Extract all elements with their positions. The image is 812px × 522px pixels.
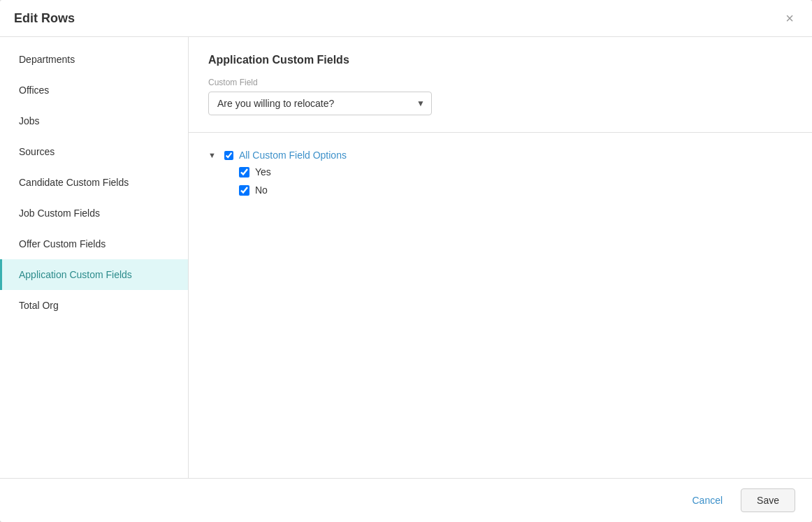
modal-body: DepartmentsOfficesJobsSourcesCandidate C… bbox=[0, 37, 812, 478]
sidebar-item-application-custom-fields[interactable]: Application Custom Fields bbox=[0, 259, 188, 290]
content-main: Application Custom Fields Custom Field A… bbox=[189, 37, 812, 478]
sidebar-item-sources[interactable]: Sources bbox=[0, 136, 188, 167]
sidebar-item-jobs[interactable]: Jobs bbox=[0, 106, 188, 136]
modal-header: Edit Rows × bbox=[0, 0, 812, 37]
modal-footer: Cancel Save bbox=[0, 478, 812, 522]
content-area: Application Custom Fields Custom Field A… bbox=[189, 37, 812, 478]
all-options-label[interactable]: All Custom Field Options bbox=[239, 150, 347, 161]
all-options-checkbox[interactable] bbox=[224, 151, 233, 160]
checkbox-no[interactable] bbox=[239, 185, 249, 196]
option-items-container: YesNo bbox=[208, 166, 792, 196]
save-button[interactable]: Save bbox=[741, 488, 795, 512]
checkbox-item: No bbox=[239, 184, 792, 196]
collapse-arrow-icon[interactable]: ▼ bbox=[208, 151, 216, 159]
checkbox-item: Yes bbox=[239, 166, 792, 177]
field-label: Custom Field bbox=[208, 78, 792, 87]
sidebar-item-total-org[interactable]: Total Org bbox=[0, 290, 188, 321]
checkbox-yes[interactable] bbox=[239, 167, 249, 177]
checkbox-label-yes[interactable]: Yes bbox=[255, 166, 271, 177]
modal-title: Edit Rows bbox=[14, 11, 75, 26]
options-section: ▼ All Custom Field Options YesNo bbox=[189, 133, 812, 219]
sidebar-item-candidate-custom-fields[interactable]: Candidate Custom Fields bbox=[0, 167, 188, 198]
edit-rows-modal: Edit Rows × DepartmentsOfficesJobsSource… bbox=[0, 0, 812, 522]
application-custom-fields-section: Application Custom Fields Custom Field A… bbox=[189, 37, 812, 133]
section-title: Application Custom Fields bbox=[208, 54, 792, 66]
close-button[interactable]: × bbox=[781, 10, 798, 27]
sidebar-item-offer-custom-fields[interactable]: Offer Custom Fields bbox=[0, 229, 188, 259]
sidebar-item-offices[interactable]: Offices bbox=[0, 75, 188, 106]
custom-field-select-wrapper: Are you willing to relocate? ▼ bbox=[208, 92, 432, 115]
sidebar-item-job-custom-fields[interactable]: Job Custom Fields bbox=[0, 198, 188, 229]
custom-field-select[interactable]: Are you willing to relocate? bbox=[208, 92, 432, 115]
cancel-button[interactable]: Cancel bbox=[682, 489, 732, 512]
sidebar-item-departments[interactable]: Departments bbox=[0, 44, 188, 75]
sidebar: DepartmentsOfficesJobsSourcesCandidate C… bbox=[0, 37, 189, 478]
all-options-row: ▼ All Custom Field Options bbox=[208, 150, 792, 161]
checkbox-label-no[interactable]: No bbox=[255, 184, 268, 196]
